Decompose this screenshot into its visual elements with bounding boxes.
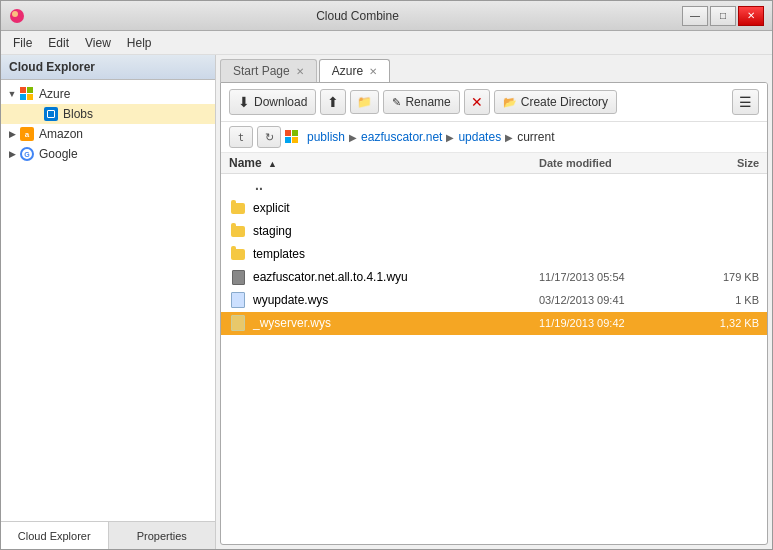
wyupdate-icon	[229, 292, 247, 308]
minimize-button[interactable]: —	[682, 6, 708, 26]
blobs-icon	[43, 106, 59, 122]
wyserver-size: 1,32 KB	[689, 317, 759, 329]
file-row-staging[interactable]: staging	[221, 220, 767, 243]
app-icon	[9, 8, 25, 24]
templates-name: templates	[253, 247, 539, 261]
maximize-button[interactable]: □	[710, 6, 736, 26]
back-button[interactable]: t	[229, 126, 253, 148]
file-row-parent[interactable]: ..	[221, 174, 767, 197]
eazfile-size: 179 KB	[689, 271, 759, 283]
delete-button[interactable]: ✕	[464, 89, 490, 115]
sidebar-item-azure[interactable]: ▼ Azure	[1, 84, 215, 104]
eazfile-icon	[229, 269, 247, 285]
nav-bar: t ↻ pub	[221, 122, 767, 153]
file-list: Name ▲ Date modified Size ..	[221, 153, 767, 544]
wyserver-date: 11/19/2013 09:42	[539, 317, 689, 329]
tree-arrow-google: ▶	[5, 147, 19, 161]
content-area: ⬇ Download ⬆ 📁 ✎ Rename ✕	[220, 82, 768, 545]
breadcrumb-eazfuscator[interactable]: eazfuscator.net	[361, 130, 442, 144]
explicit-folder-icon	[229, 200, 247, 216]
main-window: Cloud Combine — □ ✕ File Edit View Help …	[0, 0, 773, 550]
sidebar-title: Cloud Explorer	[1, 55, 215, 80]
file-row-wyupdate[interactable]: wyupdate.wys 03/12/2013 09:41 1 KB	[221, 289, 767, 312]
breadcrumb-icon	[285, 130, 303, 144]
download-icon: ⬇	[238, 94, 250, 110]
eazfile-name: eazfuscator.net.all.to.4.1.wyu	[253, 270, 539, 284]
file-row-eazfile[interactable]: eazfuscator.net.all.to.4.1.wyu 11/17/201…	[221, 266, 767, 289]
upload-icon: ⬆	[327, 94, 339, 110]
delete-icon: ✕	[471, 94, 483, 110]
google-icon: G	[19, 146, 35, 162]
upload2-icon: 📁	[357, 95, 372, 109]
rename-icon: ✎	[392, 96, 401, 109]
main-content: Cloud Explorer ▼ Azure	[1, 55, 772, 549]
create-dir-icon: 📂	[503, 96, 517, 109]
header-date[interactable]: Date modified	[539, 157, 689, 169]
tree-arrow-amazon: ▶	[5, 127, 19, 141]
templates-folder-icon	[229, 246, 247, 262]
header-size[interactable]: Size	[689, 157, 759, 169]
rename-button[interactable]: ✎ Rename	[383, 90, 459, 114]
parent-folder-icon	[229, 177, 247, 193]
sidebar: Cloud Explorer ▼ Azure	[1, 55, 216, 549]
breadcrumb: publish ▶ eazfuscator.net ▶ updates ▶ cu…	[285, 130, 554, 144]
wyupdate-date: 03/12/2013 09:41	[539, 294, 689, 306]
wyupdate-name: wyupdate.wys	[253, 293, 539, 307]
header-name[interactable]: Name ▲	[229, 156, 539, 170]
file-row-explicit[interactable]: explicit	[221, 197, 767, 220]
staging-name: staging	[253, 224, 539, 238]
tab-start-page[interactable]: Start Page ✕	[220, 59, 317, 82]
right-panel: Start Page ✕ Azure ✕ ⬇ Download	[216, 55, 772, 549]
tree-arrow-azure: ▼	[5, 87, 19, 101]
file-row-templates[interactable]: templates	[221, 243, 767, 266]
sidebar-item-google[interactable]: ▶ G Google	[1, 144, 215, 164]
close-start-page-tab[interactable]: ✕	[296, 66, 304, 77]
staging-folder-icon	[229, 223, 247, 239]
sidebar-label-amazon: Amazon	[39, 127, 83, 141]
toolbar: ⬇ Download ⬆ 📁 ✎ Rename ✕	[221, 83, 767, 122]
breadcrumb-current: current	[517, 130, 554, 144]
details-button[interactable]: ☰	[732, 89, 759, 115]
sidebar-tab-properties[interactable]: Properties	[109, 522, 216, 549]
create-directory-button[interactable]: 📂 Create Directory	[494, 90, 617, 114]
sidebar-label-google: Google	[39, 147, 78, 161]
wyserver-name: _wyserver.wys	[253, 316, 539, 330]
menu-view[interactable]: View	[77, 34, 119, 52]
breadcrumb-sep-1: ▶	[349, 132, 357, 143]
sidebar-label-blobs: Blobs	[63, 107, 93, 121]
svg-point-1	[12, 11, 18, 17]
explicit-name: explicit	[253, 201, 539, 215]
breadcrumb-publish[interactable]: publish	[307, 130, 345, 144]
file-list-header: Name ▲ Date modified Size	[221, 153, 767, 174]
breadcrumb-sep-3: ▶	[505, 132, 513, 143]
close-azure-tab[interactable]: ✕	[369, 66, 377, 77]
window-controls: — □ ✕	[682, 6, 764, 26]
menu-bar: File Edit View Help	[1, 31, 772, 55]
sidebar-tab-bar: Cloud Explorer Properties	[1, 521, 215, 549]
sidebar-item-amazon[interactable]: ▶ a Amazon	[1, 124, 215, 144]
file-row-wyserver[interactable]: _wyserver.wys 11/19/2013 09:42 1,32 KB	[221, 312, 767, 335]
menu-help[interactable]: Help	[119, 34, 160, 52]
sidebar-item-blobs[interactable]: ▶ Blobs	[1, 104, 215, 124]
sidebar-tree: ▼ Azure ▶	[1, 80, 215, 521]
window-title: Cloud Combine	[33, 9, 682, 23]
refresh-button[interactable]: ↻	[257, 126, 281, 148]
tab-azure[interactable]: Azure ✕	[319, 59, 390, 82]
details-icon: ☰	[739, 94, 752, 110]
sidebar-tab-cloud-explorer[interactable]: Cloud Explorer	[1, 522, 109, 549]
menu-edit[interactable]: Edit	[40, 34, 77, 52]
menu-file[interactable]: File	[5, 34, 40, 52]
parent-dots: ..	[255, 177, 539, 193]
title-bar: Cloud Combine — □ ✕	[1, 1, 772, 31]
upload-button[interactable]: ⬆	[320, 89, 346, 115]
upload2-button[interactable]: 📁	[350, 90, 379, 114]
close-button[interactable]: ✕	[738, 6, 764, 26]
back-icon: t	[238, 132, 244, 143]
tab-bar: Start Page ✕ Azure ✕	[216, 55, 772, 82]
breadcrumb-sep-2: ▶	[446, 132, 454, 143]
wyserver-icon	[229, 315, 247, 331]
wyupdate-size: 1 KB	[689, 294, 759, 306]
download-button[interactable]: ⬇ Download	[229, 89, 316, 115]
breadcrumb-updates[interactable]: updates	[458, 130, 501, 144]
refresh-icon: ↻	[265, 131, 274, 144]
